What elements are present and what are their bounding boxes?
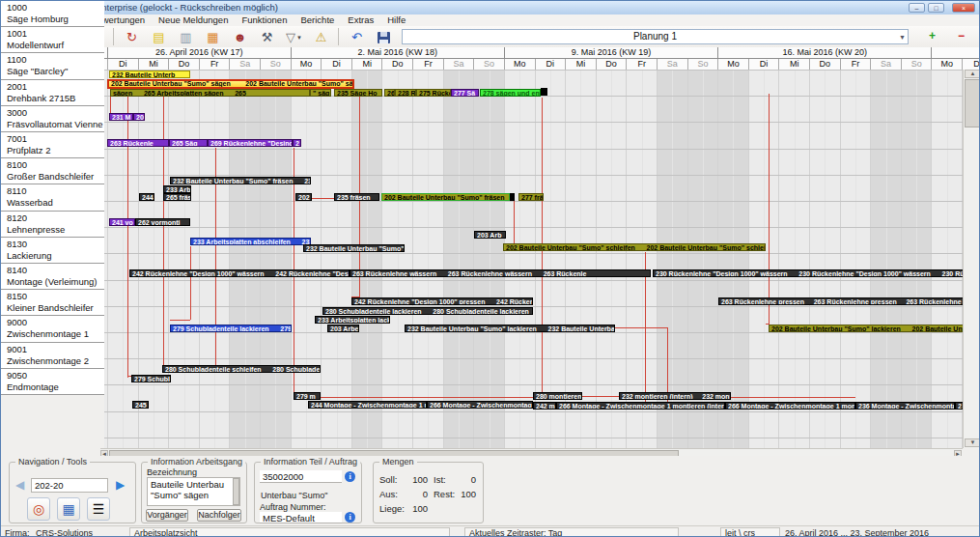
gantt-bar[interactable]: 277 frä xyxy=(518,193,544,201)
inbox-button[interactable]: ▤ xyxy=(146,27,172,48)
part-number-field[interactable]: 35002000 xyxy=(260,470,342,483)
day-header-cell[interactable]: Mi xyxy=(565,59,596,70)
day-header-cell[interactable]: Di xyxy=(321,59,351,70)
predecessor-button[interactable]: Vorgänger xyxy=(146,509,188,522)
vertical-scrollbar[interactable]: ▲▼ xyxy=(963,70,980,448)
scroll-down-button[interactable]: ▼ xyxy=(965,438,980,447)
close-button[interactable]: × xyxy=(952,3,975,13)
day-header-cell[interactable]: Do xyxy=(809,59,840,70)
gantt-bar[interactable]: 266 Montage - Zwischenmontage 1 montiere… xyxy=(725,402,855,410)
gantt-bar[interactable]: 244 Montage - Zwischenmontage 1 monti xyxy=(308,401,427,409)
gantt-bar[interactable]: 2 xyxy=(293,139,301,147)
gantt-bar[interactable]: 280 montieren (i xyxy=(533,392,582,400)
save-button[interactable] xyxy=(371,27,397,48)
vertical-scroll-thumb[interactable] xyxy=(965,79,980,127)
day-header-cell[interactable]: Do xyxy=(596,59,627,70)
scroll-up-button[interactable]: ▲ xyxy=(965,70,980,78)
day-header-cell[interactable]: Fr xyxy=(626,59,657,70)
gantt-chart[interactable]: 232 Bauteile Unterb202 Bauteile Unterbau… xyxy=(104,70,963,448)
gantt-bar[interactable]: 244 xyxy=(139,193,154,201)
chevron-down-icon[interactable]: ▼ xyxy=(899,34,906,41)
resource-row[interactable]: 8140Montage (Verleimung) xyxy=(1,264,104,290)
chevron-down-icon[interactable]: ▼ xyxy=(296,35,302,41)
day-header-cell[interactable]: Mo xyxy=(931,59,962,70)
day-header-cell[interactable]: Mo xyxy=(504,59,535,70)
resource-row[interactable]: 8150Kleiner Bandschleifer xyxy=(1,290,104,316)
info-icon[interactable]: i xyxy=(345,512,355,523)
gantt-bar[interactable]: 266 Montage - Zwischenmontag xyxy=(427,401,533,409)
gantt-bar[interactable]: 280 Schubladenteile lackieren 280 Schubl… xyxy=(322,307,533,315)
menu-extras[interactable]: Extras xyxy=(341,14,380,26)
gantt-bar[interactable]: 263 Rückenle xyxy=(107,139,169,147)
successor-button[interactable]: Nachfolger xyxy=(197,509,241,522)
gantt-bar[interactable]: 265 fräs xyxy=(163,193,191,201)
resource-row[interactable]: 9000Zwischenmontage 1 xyxy=(1,316,104,342)
gantt-bar[interactable]: 241 vo xyxy=(109,218,135,226)
day-header-cell[interactable]: Fr xyxy=(412,59,443,70)
day-header-cell[interactable]: Mi xyxy=(351,59,382,70)
day-header-cell[interactable]: Mi xyxy=(778,59,809,70)
gantt-bar[interactable]: 20 xyxy=(133,113,145,121)
day-header-cell[interactable]: Di xyxy=(535,59,566,70)
day-header-cell[interactable]: Di xyxy=(748,59,779,70)
day-header-cell[interactable]: Mi xyxy=(138,59,169,70)
gantt-bar[interactable]: 269 Rückenlehne "Desing 1000" sägen xyxy=(208,139,293,147)
day-header-cell[interactable]: So xyxy=(901,59,932,70)
gantt-bar[interactable]: " säg xyxy=(310,89,331,97)
gantt-bar[interactable]: 232 Bauteile Unterbau "Sumo" fräsen 232 … xyxy=(170,177,311,184)
day-header-cell[interactable]: Mo xyxy=(717,59,748,70)
gantt-bar[interactable]: 263 Rückenlehne wässern 263 Rückenlehne … xyxy=(350,269,651,277)
gantt-bar[interactable]: 231 M xyxy=(109,113,133,121)
gantt-bar[interactable]: 263 Rückenlehne pressen 263 Rückenlehne … xyxy=(718,297,963,305)
resource-row[interactable]: 9001Zwischenmontage 2 xyxy=(1,343,104,369)
target-button[interactable]: ◎ xyxy=(27,497,50,521)
resource-row[interactable]: 8120Lehnenpresse xyxy=(1,212,104,238)
resource-row[interactable]: 7001Prüfplatz 2 xyxy=(1,132,104,158)
day-header-cell[interactable]: Sa xyxy=(657,59,687,70)
gantt-bar[interactable] xyxy=(510,193,515,201)
undo-button[interactable]: ↶ xyxy=(344,27,370,48)
gantt-bar[interactable]: 202 Bauteile Unterbau "Sumo" fräsen 202 … xyxy=(381,193,510,201)
gantt-bar[interactable]: 228 Rü xyxy=(395,89,416,97)
warning-button[interactable]: ⚠ xyxy=(308,27,334,48)
resource-row[interactable]: 8110Wasserbad xyxy=(1,184,104,211)
resource-row[interactable]: 1000Säge Homburg xyxy=(1,1,104,27)
gantt-bar[interactable]: 26 xyxy=(384,89,395,97)
refresh-button[interactable]: ↻ xyxy=(119,27,145,48)
day-header-cell[interactable]: Sa xyxy=(443,59,474,70)
day-header-cell[interactable]: Do xyxy=(381,59,412,70)
gantt-bar[interactable]: 202 Bauteile Unterbau "Sumo" schleifen 2… xyxy=(503,243,766,251)
day-header-cell[interactable]: So xyxy=(687,59,718,70)
gantt-bar[interactable]: 230 Rückenlehne "Design 1000" wässern 23… xyxy=(653,269,963,277)
slider-button[interactable]: ☰ xyxy=(87,497,110,521)
resource-row[interactable]: 8100Großer Bandschleifer xyxy=(1,158,104,184)
add-planning-button[interactable]: + xyxy=(926,30,938,42)
resource-row[interactable]: 2001Drehbank 2715B xyxy=(1,80,104,106)
gantt-bar[interactable]: 278 sägen und entgr xyxy=(480,89,541,97)
day-header-cell[interactable]: Fr xyxy=(840,59,871,70)
next-arrow-button[interactable]: ▶ xyxy=(116,478,125,492)
table-columns-button[interactable]: ▥ xyxy=(173,27,199,48)
gantt-bar[interactable] xyxy=(541,88,547,96)
gantt-bar[interactable]: 275 Rücke xyxy=(416,89,451,97)
gantt-bar[interactable]: 232 Bauteile Unterb xyxy=(109,71,190,78)
resource-row[interactable]: 1100Säge "Barcley" xyxy=(1,53,104,79)
gantt-bar[interactable]: 266 Montage - Zwischenmontage 1 montiere… xyxy=(556,402,725,410)
tools-hammer-button[interactable]: ⚒ xyxy=(254,27,280,48)
gantt-bar[interactable]: 236 Montage - Zwischenmontage 1 m xyxy=(855,402,955,410)
gantt-bar[interactable]: 233 Arbeitsplatten abschleifen 233 Arb xyxy=(190,238,311,245)
calendar-info-button[interactable]: ▦ xyxy=(57,497,80,521)
gantt-bar[interactable]: 279 m xyxy=(294,392,321,400)
gantt-bar[interactable]: 232 montieren (intern) 232 montier xyxy=(619,392,731,400)
gantt-bar[interactable]: 233 Arbei xyxy=(163,185,191,193)
day-header-cell[interactable]: Mo xyxy=(291,59,322,70)
packages-button[interactable]: ▦ xyxy=(200,27,226,48)
gantt-bar[interactable]: 279 Schubladenteile lackieren 279 Sch xyxy=(170,325,292,332)
menu-funktionen[interactable]: Funktionen xyxy=(235,14,294,26)
day-header-cell[interactable]: So xyxy=(260,59,291,70)
filter-button[interactable]: ▽▼ xyxy=(281,27,307,48)
gantt-bar[interactable]: 279 Schublad xyxy=(131,375,171,382)
users-button[interactable]: ☻ xyxy=(227,27,253,48)
gantt-bar[interactable]: 242 Rückenlehne "Design 1000" wässern 24… xyxy=(129,269,350,277)
gantt-bar[interactable]: 232 Bauteile Unterbau "Sumo" lackieren 2… xyxy=(405,325,615,332)
